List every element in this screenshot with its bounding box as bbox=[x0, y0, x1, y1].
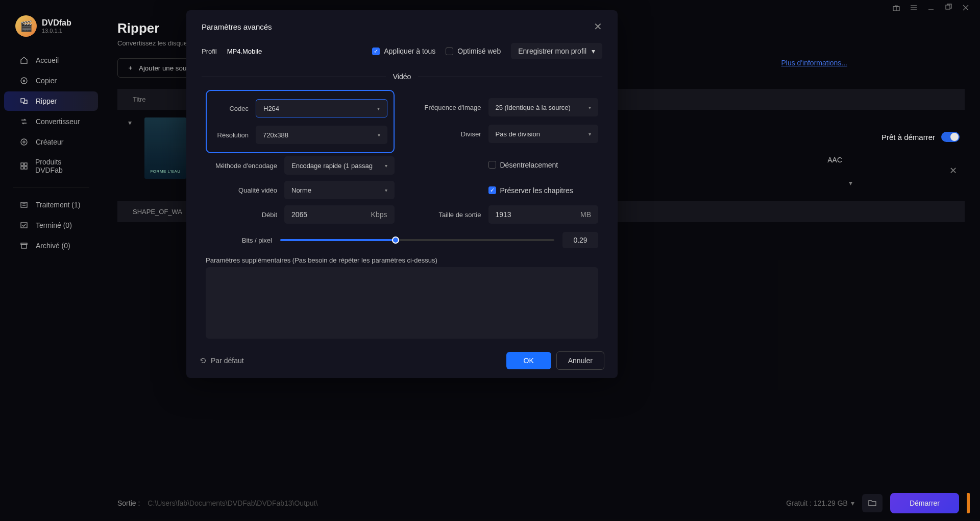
save-profile-button[interactable]: Enregistrer mon profil▾ bbox=[511, 43, 602, 59]
extra-note: *Il vaut mieux ne pas personnaliser les … bbox=[206, 339, 598, 343]
chevron-down-icon: ▾ bbox=[377, 106, 380, 111]
bpp-slider[interactable] bbox=[280, 239, 554, 241]
split-label: Diviser bbox=[410, 130, 481, 138]
chevron-down-icon: ▾ bbox=[589, 131, 591, 137]
outsize-input[interactable]: 1913MB bbox=[488, 205, 599, 224]
web-optimized-checkbox[interactable]: Optimisé web bbox=[446, 47, 501, 55]
chevron-down-icon: ▾ bbox=[589, 105, 591, 110]
codec-label: Codec bbox=[213, 105, 249, 112]
chevron-down-icon: ▾ bbox=[385, 163, 387, 169]
modal-close-icon[interactable]: ✕ bbox=[594, 20, 602, 33]
resolution-dropdown[interactable]: 720x388▾ bbox=[256, 126, 387, 144]
profile-name: MP4.Mobile bbox=[227, 48, 262, 55]
reset-icon bbox=[200, 357, 207, 364]
quality-label: Qualité vidéo bbox=[206, 186, 277, 194]
outsize-label: Taille de sortie bbox=[410, 211, 481, 219]
extra-params-label: Paramètres supplémentaires (Pas besoin d… bbox=[206, 253, 598, 267]
cancel-button[interactable]: Annuler bbox=[556, 351, 604, 370]
resolution-label: Résolution bbox=[213, 131, 249, 139]
extra-params-input[interactable] bbox=[206, 267, 598, 339]
deinterlace-checkbox[interactable]: Désentrelacement bbox=[488, 161, 558, 169]
framerate-dropdown[interactable]: 25 (Identique à la source)▾ bbox=[488, 98, 599, 116]
apply-all-checkbox[interactable]: ✓Appliquer à tous bbox=[372, 47, 435, 55]
preserve-chapters-checkbox[interactable]: ✓Préserver les chapitres bbox=[488, 186, 573, 195]
encoding-dropdown[interactable]: Encodage rapide (1 passag▾ bbox=[284, 156, 395, 175]
chevron-down-icon: ▾ bbox=[592, 47, 595, 55]
framerate-label: Fréquence d'image bbox=[410, 104, 481, 111]
split-dropdown[interactable]: Pas de division▾ bbox=[488, 125, 599, 143]
quality-dropdown[interactable]: Norme▾ bbox=[284, 181, 395, 199]
modal-title: Paramètres avancés bbox=[202, 22, 272, 31]
profile-label: Profil bbox=[202, 48, 217, 55]
codec-resolution-group: Codec H264▾ Résolution 720x388▾ bbox=[206, 90, 395, 153]
bitrate-label: Débit bbox=[206, 211, 277, 219]
reset-button[interactable]: Par défaut bbox=[200, 357, 244, 365]
codec-dropdown[interactable]: H264▾ bbox=[256, 99, 387, 117]
chevron-down-icon: ▾ bbox=[385, 187, 387, 193]
video-section-header: Vidéo bbox=[195, 68, 608, 85]
bpp-value: 0.29 bbox=[562, 232, 598, 248]
chevron-down-icon: ▾ bbox=[378, 132, 380, 138]
ok-button[interactable]: OK bbox=[506, 352, 551, 369]
bpp-label: Bits / pixel bbox=[206, 236, 272, 244]
bitrate-input[interactable]: 2065Kbps bbox=[284, 205, 395, 224]
advanced-settings-modal: Paramètres avancés ✕ Profil MP4.Mobile ✓… bbox=[186, 10, 618, 378]
encoding-label: Méthode d'encodage bbox=[206, 162, 277, 170]
